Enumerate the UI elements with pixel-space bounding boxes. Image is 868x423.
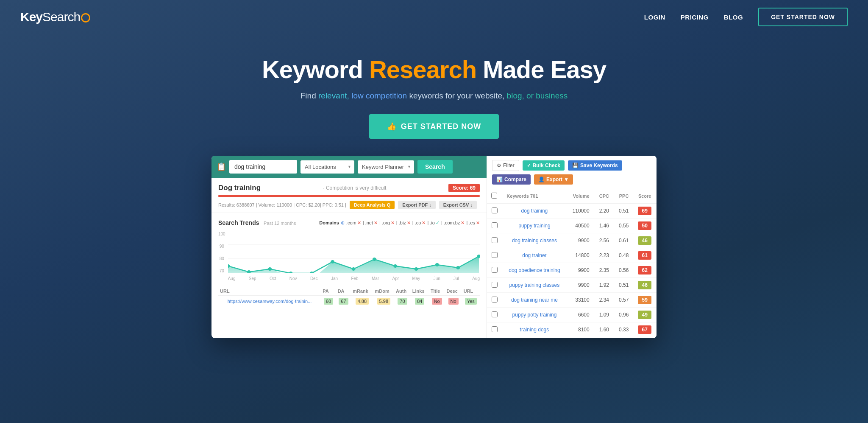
export-csv-button[interactable]: Export CSV ↓ xyxy=(439,201,477,209)
score-badge: Score: 69 xyxy=(448,184,480,192)
row-checkbox-1[interactable] xyxy=(492,222,498,228)
kw-volume-2: 9900 xyxy=(567,233,594,248)
hero-cta-button[interactable]: 👍 GET STARTED NOW xyxy=(369,114,499,139)
col-url: URL xyxy=(218,287,321,296)
select-all-checkbox[interactable] xyxy=(491,193,497,199)
search-bar-icon: 📋 xyxy=(217,162,226,171)
domains-plus-icon[interactable]: ⊕ xyxy=(341,220,345,226)
chart-y-labels: 100 90 80 70 xyxy=(218,231,228,273)
kw-volume-3: 14800 xyxy=(567,248,594,263)
compare-icon: 📊 xyxy=(496,176,503,182)
nav-login[interactable]: LOGIN xyxy=(644,14,665,21)
keyword-link-8[interactable]: training dogs xyxy=(520,327,549,333)
keyword-link-6[interactable]: dog training near me xyxy=(511,297,558,303)
hero-subtext-1: Find xyxy=(300,91,318,100)
keyword-row: dog training near me 33100 2.34 0.57 59 xyxy=(487,293,657,308)
keyword-link-7[interactable]: puppy potty training xyxy=(512,312,557,318)
filter-button[interactable]: ⚙ Filter xyxy=(492,160,519,171)
row-checkbox-0[interactable] xyxy=(492,207,498,213)
kw-cpc-3: 2.23 xyxy=(594,248,613,263)
right-panel: ⚙ Filter ✓ Bulk Check 💾 Save Keywords 📊 … xyxy=(487,156,657,338)
hero-headline-2: Made Easy xyxy=(476,56,606,83)
nav-pricing[interactable]: PRICING xyxy=(681,14,709,21)
search-button[interactable]: Search xyxy=(417,160,453,174)
col-auth: Auth xyxy=(394,287,411,296)
logo-magnifier xyxy=(81,13,90,22)
keyword-row: puppy training 40500 1.46 0.55 50 xyxy=(487,219,657,233)
keyword-row: puppy potty training 6600 1.09 0.96 49 xyxy=(487,308,657,322)
row-checkbox-8[interactable] xyxy=(492,326,498,332)
export-label: Export ▼ xyxy=(546,176,569,182)
save-icon: 💾 xyxy=(572,162,579,168)
hero-subtext-teal: blog, or business xyxy=(507,91,568,100)
kw-volume-7: 6600 xyxy=(567,308,594,322)
chart-title: Search Trends xyxy=(218,219,259,226)
save-keywords-button[interactable]: 💾 Save Keywords xyxy=(568,160,622,171)
hero-cta-label: GET STARTED NOW xyxy=(401,122,481,131)
row-checkbox-4[interactable] xyxy=(492,267,498,273)
right-toolbar: ⚙ Filter ✓ Bulk Check 💾 Save Keywords 📊 … xyxy=(487,156,657,189)
svg-point-14 xyxy=(414,267,418,271)
export-button[interactable]: 👤 Export ▼ xyxy=(534,174,573,185)
keyword-link-5[interactable]: puppy training classes xyxy=(509,282,560,288)
col-pa: PA xyxy=(321,287,336,296)
keyword-link-3[interactable]: dog trainer xyxy=(522,252,546,258)
keyword-row: dog obedience training 9900 2.35 0.56 62 xyxy=(487,263,657,278)
row-checkbox-5[interactable] xyxy=(492,282,498,288)
row-checkbox-7[interactable] xyxy=(492,311,498,317)
kw-score-1: 50 xyxy=(633,219,657,233)
hero-headline-orange: Research xyxy=(369,56,476,83)
search-input[interactable] xyxy=(229,160,297,174)
row-checkbox-6[interactable] xyxy=(492,297,498,303)
hero-cta-icon: 👍 xyxy=(387,122,397,131)
domain-net: | .net ✕ xyxy=(363,220,378,226)
keyword-link-2[interactable]: dog training classes xyxy=(512,238,557,244)
export-pdf-button[interactable]: Export PDF ↓ xyxy=(398,201,435,209)
logo[interactable]: KeySearch xyxy=(20,10,91,24)
cell-title: No xyxy=(429,296,445,307)
kw-cpc-2: 2.56 xyxy=(594,233,613,248)
domain-combz: | .com.bz ✕ xyxy=(441,220,465,226)
compare-button[interactable]: 📊 Compare xyxy=(492,174,531,185)
cell-mrank: 4.88 xyxy=(351,296,373,307)
chart-section: Search Trends Past 12 months Domains ⊕ .… xyxy=(211,213,487,287)
domain-co: | .co ✕ xyxy=(412,220,426,226)
row-checkbox-2[interactable] xyxy=(492,237,498,243)
keyword-row: dog training 110000 2.20 0.51 69 xyxy=(487,203,657,219)
col-cpc-header: CPC xyxy=(594,189,613,203)
type-select[interactable]: Keyword Planner Google Suggest Questions xyxy=(358,160,414,174)
row-checkbox-3[interactable] xyxy=(492,252,498,258)
kw-ppc-6: 0.57 xyxy=(613,293,633,308)
kw-cpc-8: 1.60 xyxy=(594,322,613,337)
domain-es: | .es ✕ xyxy=(466,220,480,226)
url-link[interactable]: https://www.cesarsway.com/dog-trainin... xyxy=(228,299,312,304)
url-table-section: URL PA DA mRank mDom Auth Links Title De… xyxy=(211,287,487,313)
nav-cta-button[interactable]: GET STARTED NOW xyxy=(758,8,848,26)
kw-volume-6: 33100 xyxy=(567,293,594,308)
domain-org: | .org ✕ xyxy=(379,220,395,226)
keyword-meta: Results: 6388607 | Volume: 110000 | CPC:… xyxy=(218,201,480,209)
bulk-check-button[interactable]: ✓ Bulk Check xyxy=(523,160,565,171)
keyword-row: dog training classes 9900 2.56 0.61 46 xyxy=(487,233,657,248)
keyword-link-0[interactable]: dog training xyxy=(521,208,548,214)
nav-blog[interactable]: BLOG xyxy=(724,14,743,21)
col-mdom: mDom xyxy=(373,287,395,296)
deep-analysis-button[interactable]: Deep Analysis Q xyxy=(350,201,395,209)
keyword-link-1[interactable]: puppy training xyxy=(518,223,550,229)
svg-point-11 xyxy=(351,267,355,271)
kw-score-7: 49 xyxy=(633,308,657,322)
kw-score-4: 62 xyxy=(633,263,657,278)
keyword-link-4[interactable]: dog obedience training xyxy=(509,267,560,273)
hero-headline: Keyword Research Made Easy xyxy=(8,55,860,84)
kw-score-3: 61 xyxy=(633,248,657,263)
kw-cpc-7: 1.09 xyxy=(594,308,613,322)
chart-area: 100 90 80 70 xyxy=(218,231,480,281)
cell-da: 67 xyxy=(336,296,351,307)
chart-subtitle: Past 12 months xyxy=(264,221,296,226)
kw-score-0: 69 xyxy=(633,203,657,219)
left-panel: 📋 All Locations United States United Kin… xyxy=(211,156,487,338)
kw-ppc-2: 0.61 xyxy=(613,233,633,248)
location-select[interactable]: All Locations United States United Kingd… xyxy=(300,160,354,174)
demo-wrapper: 📋 All Locations United States United Kin… xyxy=(211,156,657,338)
cell-desc: No xyxy=(445,296,462,307)
